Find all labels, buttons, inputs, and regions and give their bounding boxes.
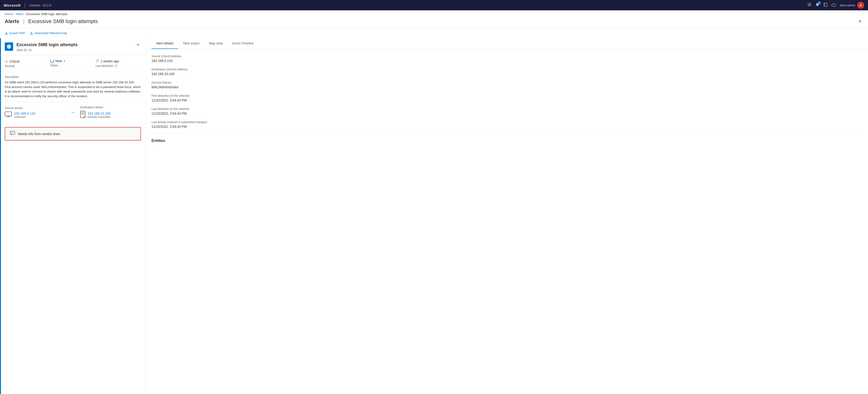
page-title-main: Alerts [5,18,19,25]
tab-alert-details[interactable]: Alert details [152,38,178,49]
notification-badge: 0 [818,1,821,4]
download-pcap-button[interactable]: Download Filtered Pcap [30,30,67,36]
source-device-label: Source device [5,107,66,110]
detail-value-account-names: MAL/Administrator [152,85,862,89]
breadcrumb-home[interactable]: Home [5,12,13,16]
toolbar: Export PDF Download Filtered Pcap [0,28,868,38]
settings-icon[interactable] [807,3,811,8]
dest-device-info: 192.168.10.100 Domain Controller [88,112,111,119]
description-label: Description [5,75,141,79]
detail-row-source-client: Source (Client) Address 192.168.0.110 [152,55,862,63]
detail-row-first-detection: First detection (in the network) 11/22/2… [152,94,862,102]
cloud-icon[interactable] [831,3,836,8]
dest-device-block: Destination device 192.168.10.100 [80,106,141,119]
detail-key-last-detection: Last detection (in the network) [152,107,862,111]
status-row: ⚠ Critical Severity New ▾ Status ⏱ 2 wee… [0,55,146,72]
comment-text: Needs info from vendor team [18,132,60,136]
tab-event-timeline[interactable]: Event Timeline [227,38,258,49]
right-panel: Alert details Take action Map view Event… [146,38,868,394]
clock-icon: ⏱ [96,59,99,63]
tabs: Alert details Take action Map view Event… [146,38,868,49]
topbar: Microsoft | contoso - 22.2.6 0 [0,0,868,10]
export-pdf-button[interactable]: Export PDF [5,30,25,36]
page-title-sep: | [23,18,25,25]
shield-icon: ! [5,42,13,51]
breadcrumb-alerts[interactable]: Alerts [16,12,24,16]
topbar-icons: 0 alice-admin A [807,2,864,9]
comment-section[interactable]: Needs info from vendor team [5,127,141,141]
main-content: ! Excessive SMB login attempts Alert ID:… [0,38,868,394]
svg-point-12 [84,117,84,117]
alert-panel-header: ! Excessive SMB login attempts Alert ID:… [0,38,146,55]
page-title-sub: Excessive SMB login attempts [28,18,98,25]
status-label: Status [50,64,86,67]
svg-rect-8 [81,111,85,118]
detail-value-dest-server: 192.168.10.100 [152,72,862,76]
detail-value-last-detection: 11/22/2022, 3:54:43 PM [152,112,862,115]
entities-label: Entities [152,139,862,143]
severity-label: Severity [5,64,40,68]
collapse-button[interactable] [135,42,141,49]
detail-row-last-detection: Last detection (in the network) 11/22/20… [152,107,862,115]
svg-point-0 [809,4,810,5]
user-avatar: A [857,2,864,9]
spinner-icon [50,59,54,63]
severity-text: Critical [9,60,20,63]
breadcrumb: Home › Alerts › Excessive SMB login atte… [0,10,868,18]
notifications-icon[interactable]: 0 [815,3,819,8]
breadcrumb-sep-2: › [25,12,25,16]
alert-title: Excessive SMB login attempts [17,42,135,47]
svg-text:!: ! [8,46,9,48]
last-detection-text: 2 weeks ago [101,59,119,63]
svg-rect-1 [824,3,827,6]
topbar-version: contoso - 22.2.6 [29,3,51,7]
last-detection-cell: ⏱ 2 weeks ago Last detection ⓘ [96,59,136,68]
description-section: Description An SMB client 192.168.0.110 … [0,72,146,102]
alert-details-content: Source (Client) Address 192.168.0.110 De… [146,49,868,149]
warning-icon: ⚠ [5,59,8,64]
detail-value-first-detection: 11/22/2022, 3:54:43 PM [152,98,862,102]
brand-name: Microsoft [4,3,21,7]
dest-device-label: Destination device [80,106,141,109]
severity-value: ⚠ Critical [5,59,40,64]
status-text: New [55,59,62,63]
comment-icon [10,131,15,137]
user-menu[interactable]: alice-admin A [840,2,864,9]
username: alice-admin [840,3,855,7]
svg-rect-13 [10,131,15,134]
last-detection-value: ⏱ 2 weeks ago [96,59,131,63]
dest-device-icon-row: 192.168.10.100 Domain Controller [80,111,141,119]
dest-device-ip[interactable]: 192.168.10.100 [88,112,111,115]
source-device-icon-row: 192.168.0.110 Unknown [5,112,66,119]
description-text: An SMB client 192.168.0.110 performs exc… [5,80,141,98]
status-value-row: New ▾ [50,59,86,63]
status-cell: New ▾ Status [50,59,91,68]
close-button[interactable]: × [857,18,863,25]
server-icon [80,111,85,119]
detail-row-last-activity: Last activity (manual or automated chang… [152,121,862,128]
info-icon[interactable]: ⓘ [115,64,117,67]
severity-cell: ⚠ Critical Severity [5,59,45,68]
tab-map-view[interactable]: Map view [204,38,227,49]
source-device-block: Source device 192.168.0.110 Unknown [5,107,66,119]
alert-id: Alert ID: 21 [17,48,135,52]
status-dropdown-arrow[interactable]: ▾ [64,60,65,63]
arrow-icon: → [66,110,80,116]
tab-take-action[interactable]: Take action [178,38,204,49]
device-section: Source device 192.168.0.110 Unknown [0,102,146,123]
book-icon[interactable] [823,3,828,8]
breadcrumb-current: Excessive SMB login attempts [26,12,67,16]
detail-value-source-client: 192.168.0.110 [152,59,862,63]
source-device-name: Unknown [14,115,35,119]
detail-key-last-activity: Last activity (manual or automated chang… [152,121,862,124]
detail-key-first-detection: First detection (in the network) [152,94,862,97]
detail-value-last-activity: 11/22/2022, 3:54:43 PM [152,125,862,128]
last-detection-label: Last detection ⓘ [96,64,131,68]
source-device-ip[interactable]: 192.168.0.110 [14,112,35,115]
topbar-separator: | [25,3,26,8]
left-accent-bar [0,38,1,394]
breadcrumb-sep-1: › [14,12,15,16]
detail-key-account-names: Account Names [152,81,862,84]
export-pdf-label: Export PDF [9,31,25,35]
detail-key-dest-server: Destination (Server) Address [152,68,862,71]
